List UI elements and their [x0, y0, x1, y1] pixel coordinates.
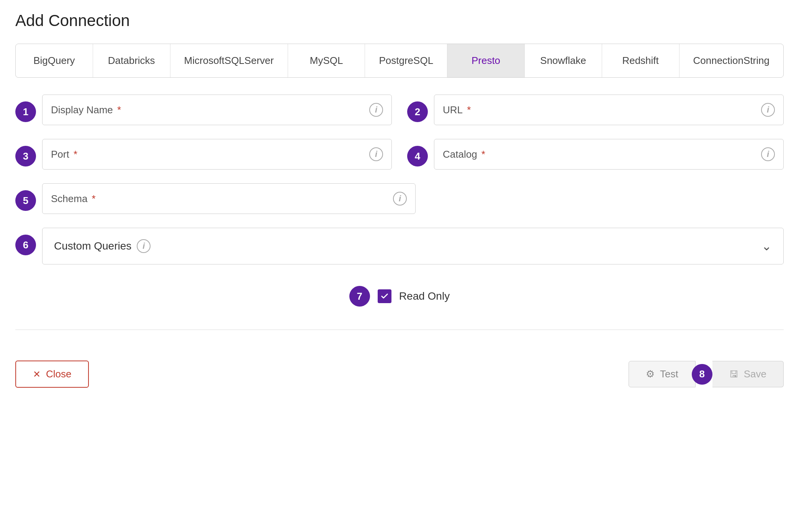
- url-label: URL *: [443, 104, 761, 116]
- step-badge-1: 1: [15, 101, 36, 122]
- tab-mysql[interactable]: MySQL: [288, 44, 365, 77]
- port-label: Port *: [51, 149, 369, 160]
- custom-queries-box[interactable]: Custom Queries i ⌄: [42, 228, 784, 264]
- tab-bigquery[interactable]: BigQuery: [16, 44, 93, 77]
- port-wrapper: 3 Port * i: [15, 139, 392, 170]
- floppy-icon: 🖫: [729, 369, 738, 380]
- custom-queries-label: Custom Queries i: [54, 239, 761, 253]
- tab-databricks[interactable]: Databricks: [93, 44, 170, 77]
- step-badge-3: 3: [15, 146, 36, 166]
- catalog-field[interactable]: Catalog * i: [434, 139, 784, 170]
- display-name-label: Display Name *: [51, 104, 369, 116]
- footer-right-buttons: ⚙ Test 8 🖫 Save: [629, 361, 784, 387]
- port-field[interactable]: Port * i: [42, 139, 392, 170]
- tab-redshift[interactable]: Redshift: [602, 44, 679, 77]
- port-info-icon[interactable]: i: [369, 147, 383, 161]
- read-only-label: Read Only: [399, 290, 450, 302]
- read-only-checkbox[interactable]: [378, 289, 391, 303]
- form-row-1: 1 Display Name * i 2 URL * i: [15, 95, 784, 125]
- close-button[interactable]: ✕ Close: [15, 361, 89, 388]
- schema-info-icon[interactable]: i: [393, 192, 407, 206]
- custom-queries-info-icon[interactable]: i: [137, 239, 151, 253]
- step-badge-7: 7: [349, 286, 370, 307]
- step-badge-6: 6: [15, 235, 36, 255]
- tab-microsoftsqlserver[interactable]: MicrosoftSQLServer: [170, 44, 288, 77]
- tab-postgresql[interactable]: PostgreSQL: [365, 44, 447, 77]
- test-button[interactable]: ⚙ Test: [629, 361, 696, 387]
- display-name-info-icon[interactable]: i: [369, 103, 383, 117]
- page-title: Add Connection: [15, 11, 784, 30]
- custom-queries-wrapper: 6 Custom Queries i ⌄: [15, 228, 784, 264]
- display-name-field[interactable]: Display Name * i: [42, 95, 392, 125]
- form-row-2: 3 Port * i 4 Catalog * i: [15, 139, 784, 170]
- gear-icon: ⚙: [646, 368, 655, 380]
- tab-presto[interactable]: Presto: [447, 44, 525, 77]
- close-x-icon: ✕: [33, 369, 41, 380]
- display-name-wrapper: 1 Display Name * i: [15, 95, 392, 125]
- step-badge-8: 8: [692, 364, 712, 385]
- url-wrapper: 2 URL * i: [407, 95, 784, 125]
- read-only-section: 7 Read Only: [15, 278, 784, 314]
- catalog-info-icon[interactable]: i: [761, 147, 775, 161]
- step-badge-5: 5: [15, 190, 36, 211]
- step-badge-4: 4: [407, 146, 428, 166]
- url-field[interactable]: URL * i: [434, 95, 784, 125]
- catalog-wrapper: 4 Catalog * i: [407, 139, 784, 170]
- footer-divider: [15, 330, 784, 330]
- save-button[interactable]: 🖫 Save: [712, 361, 784, 387]
- tabs-container: BigQuery Databricks MicrosoftSQLServer M…: [15, 44, 784, 78]
- tab-connectionstring[interactable]: ConnectionString: [679, 44, 783, 77]
- custom-queries-chevron-icon[interactable]: ⌄: [761, 239, 772, 253]
- step-badge-2: 2: [407, 101, 428, 122]
- schema-label: Schema *: [51, 193, 393, 205]
- url-info-icon[interactable]: i: [761, 103, 775, 117]
- footer: ✕ Close ⚙ Test 8 🖫 Save: [15, 353, 784, 388]
- schema-field[interactable]: Schema * i: [42, 183, 416, 214]
- tab-snowflake[interactable]: Snowflake: [525, 44, 602, 77]
- catalog-label: Catalog *: [443, 149, 761, 160]
- schema-row: 5 Schema * i: [15, 183, 784, 214]
